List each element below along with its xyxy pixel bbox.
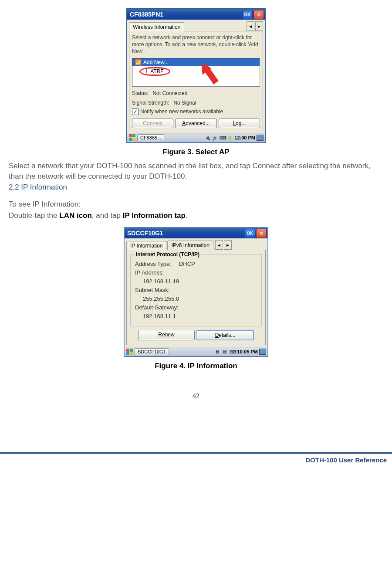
window-title: CF8385PN1 — [130, 11, 163, 18]
network-disconnected-icon[interactable]: 🔌 — [205, 135, 211, 140]
network-icon-2[interactable]: 🖥 — [222, 349, 228, 354]
network-icon[interactable]: 🖥 — [215, 349, 221, 354]
desktop-icon[interactable] — [259, 349, 266, 355]
tab-ip-information[interactable]: IP Information — [126, 241, 166, 250]
footer: DOTH-100 User Reference — [0, 452, 392, 468]
start-icon[interactable] — [126, 348, 133, 355]
network-listbox[interactable]: 📶 Add New... i ATRF — [132, 58, 260, 87]
tab-scroll-right-icon[interactable]: ► — [224, 240, 232, 250]
annotation-arrow-icon — [181, 68, 212, 87]
taskbar-app-button[interactable]: SDCCF10G1 — [135, 348, 169, 355]
paragraph-select-network: Select a network that your DOTH-100 has … — [9, 161, 383, 182]
figure-3-caption: Figure 3. Select AP — [9, 148, 383, 156]
taskbar-app-button[interactable]: CF8385... — [137, 134, 164, 141]
keyboard-icon[interactable]: ⌨ — [220, 135, 226, 140]
log-button[interactable]: Log... — [219, 119, 260, 128]
taskbar: SDCCF10G1 🖥 🖥 ⌨ 10:05 PM — [125, 347, 267, 356]
tab-scroll-left-icon[interactable]: ◄ — [215, 240, 223, 250]
subnet-mask-label: Subnet Mask: — [135, 287, 257, 293]
ip-info-tap-instruction: IP Information tap — [123, 211, 186, 220]
paragraph-to-see-ip: To see IP Information: — [9, 199, 383, 210]
close-icon[interactable]: ✕ — [256, 229, 267, 238]
instruction-text: Select a network and press connect or ri… — [132, 34, 260, 55]
title-bar: SDCCF10G1 OK ✕ — [125, 228, 267, 238]
tab-scroll-right-icon[interactable]: ► — [255, 21, 263, 31]
antenna-icon: i — [146, 69, 147, 74]
keyboard-icon[interactable]: ⌨ — [230, 349, 236, 354]
wireless-card-icon: 📶 — [135, 59, 142, 65]
battery-icon[interactable]: 🔋 — [227, 135, 233, 140]
subnet-mask-value: 255.255.255.0 — [143, 295, 257, 302]
list-item-add-new[interactable]: 📶 Add New... — [132, 58, 260, 66]
fieldset-legend: Internet Protocol (TCP/IP) — [134, 251, 201, 258]
paragraph-double-tap: Double-tap the LAN icon, and tap IP Info… — [9, 210, 383, 221]
desktop-icon[interactable] — [257, 135, 264, 141]
notify-label: Notify when new networks available — [140, 109, 223, 115]
footer-text: DOTH-100 User Reference — [305, 456, 387, 464]
ip-address-label: IP Address: — [135, 269, 257, 276]
default-gateway-label: Default Gateway: — [135, 304, 257, 311]
status-row: Status: Not Connected — [132, 90, 260, 96]
tab-scroll-left-icon[interactable]: ◄ — [247, 21, 254, 31]
figure-4-caption: Figure 4. IP Information — [9, 362, 383, 370]
taskbar: CF8385... 🔌 🔊 ⌨ 🔋 12:00 PM — [127, 133, 265, 142]
section-ip-information-heading: 2.2 IP Information — [9, 183, 383, 192]
renew-button[interactable]: Renew — [138, 330, 195, 340]
advanced-button[interactable]: Advanced... — [175, 119, 216, 128]
page-number: 42 — [9, 392, 383, 400]
taskbar-clock: 10:05 PM — [237, 349, 258, 354]
window-title: SDCCF10G1 — [127, 230, 163, 237]
ip-information-window: SDCCF10G1 OK ✕ IP Information IPv6 Infor… — [124, 227, 268, 356]
signal-row: Signal Strength: No Signal — [132, 100, 260, 106]
start-icon[interactable] — [128, 134, 135, 141]
volume-icon[interactable]: 🔊 — [212, 135, 218, 140]
ip-address-value: 192.168.11.19 — [143, 278, 257, 285]
wireless-info-window: CF8385PN1 OK ✕ Wireless Information ◄ ► … — [127, 9, 265, 143]
tcp-ip-fieldset: Internet Protocol (TCP/IP) Address Type:… — [130, 254, 262, 326]
connect-button[interactable]: Connect — [132, 119, 173, 128]
tab-ipv6-information[interactable]: IPv6 Information — [167, 241, 213, 250]
wireless-info-tab[interactable]: Wireless Information — [129, 22, 184, 31]
close-icon[interactable]: ✕ — [253, 10, 264, 19]
taskbar-clock: 12:00 PM — [234, 135, 255, 140]
default-gateway-value: 192.168.11.1 — [143, 313, 257, 319]
notify-checkbox[interactable]: ✓ — [132, 109, 139, 115]
address-type-row: Address Type: DHCP — [135, 261, 257, 267]
ok-button[interactable]: OK — [242, 10, 253, 19]
title-bar: CF8385PN1 OK ✕ — [127, 9, 265, 20]
details-button[interactable]: Details... — [196, 330, 254, 340]
ok-button[interactable]: OK — [245, 229, 255, 238]
